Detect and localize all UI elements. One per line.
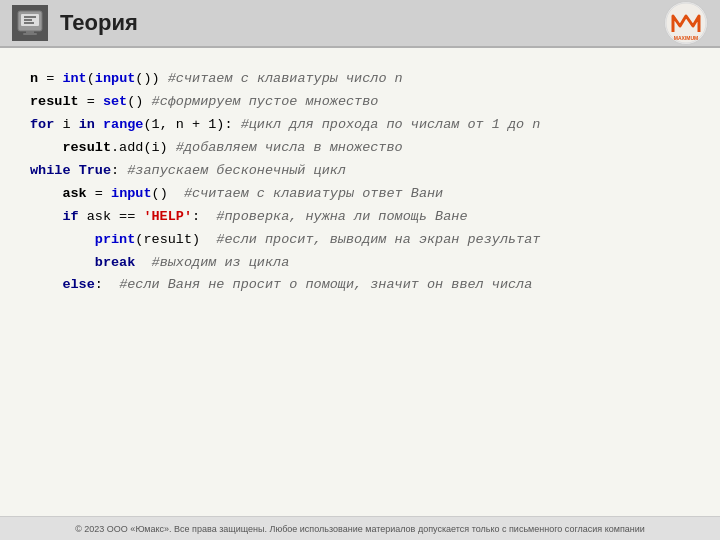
header-icon (12, 5, 48, 41)
svg-text:MAXIMUM: MAXIMUM (674, 35, 698, 41)
svg-rect-6 (23, 33, 37, 35)
code-line-5: while True: #запускаем бесконечный цикл (30, 160, 690, 183)
code-line-4: result.add(i) #добавляем числа в множест… (30, 137, 690, 160)
code-line-7: if ask == 'HELP': #проверка, нужна ли по… (30, 206, 690, 229)
code-line-2: result = set() #сформируем пустое множес… (30, 91, 690, 114)
code-line-6: ask = input() #считаем с клавиатуры отве… (30, 183, 690, 206)
content-area: n = int(input()) #считаем с клавиатуры ч… (0, 48, 720, 516)
code-block: n = int(input()) #считаем с клавиатуры ч… (30, 68, 690, 506)
header-logo: MAXIMUM (628, 4, 708, 42)
code-line-9: break #выходим из цикла (30, 252, 690, 275)
code-line-8: print(result) #если просит, выводим на э… (30, 229, 690, 252)
footer-text: © 2023 ООО «Юмакс». Все права защищены. … (75, 524, 645, 534)
header-title: Теория (60, 10, 628, 36)
code-line-1: n = int(input()) #считаем с клавиатуры ч… (30, 68, 690, 91)
logo-circle: MAXIMUM (664, 1, 708, 45)
header: Теория MAXIMUM (0, 0, 720, 48)
code-line-10: else: #если Ваня не просит о помощи, зна… (30, 274, 690, 297)
footer: © 2023 ООО «Юмакс». Все права защищены. … (0, 516, 720, 540)
code-line-3: for i in range(1, n + 1): #цикл для прох… (30, 114, 690, 137)
